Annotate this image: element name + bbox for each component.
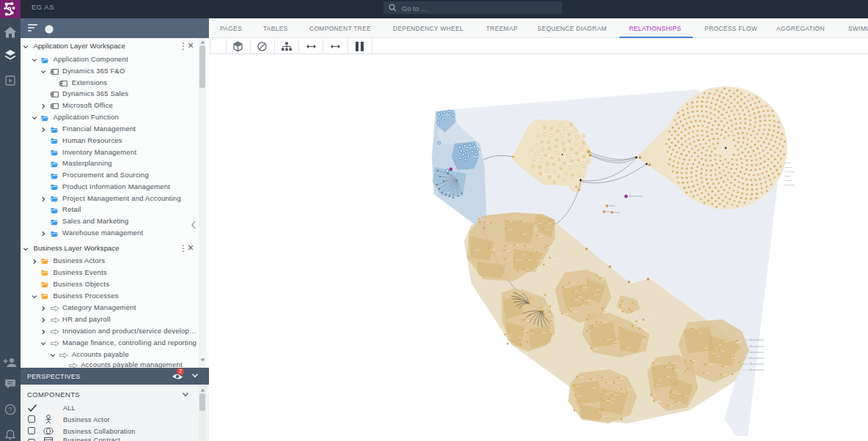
svg-text:Close: Close [639, 321, 643, 322]
svg-text:Tax rep: Tax rep [546, 314, 552, 315]
svg-text:Procure: Procure [579, 152, 586, 154]
svg-text:Fin ops: Fin ops [612, 266, 618, 267]
svg-text:Group: Group [614, 211, 620, 214]
svg-text:Close: Close [552, 320, 556, 322]
svg-text:Budget: Budget [602, 278, 607, 280]
svg-text:Budget: Budget [604, 308, 609, 310]
svg-text:Audit: Audit [718, 344, 721, 345]
svg-text:Assets: Assets [594, 325, 598, 327]
svg-text:Payroll: Payroll [553, 334, 558, 336]
svg-text:Market: Market [586, 165, 591, 166]
svg-text:Budget: Budget [723, 374, 728, 375]
svg-text:Account process: Account process [750, 345, 765, 348]
svg-text:Invoice: Invoice [608, 382, 613, 383]
svg-text:Vendor: Vendor [703, 347, 708, 349]
svg-text:Invoice: Invoice [545, 264, 551, 265]
svg-text:Tax rep: Tax rep [606, 338, 612, 340]
svg-text:Audit: Audit [611, 398, 614, 399]
svg-text:Vendor: Vendor [622, 305, 628, 306]
svg-text:Audit: Audit [604, 377, 608, 378]
svg-text:Ledger: Ledger [641, 328, 647, 330]
svg-text:Vendor: Vendor [694, 328, 699, 330]
svg-text:Assets: Assets [507, 334, 511, 336]
svg-text:Ledger: Ledger [628, 388, 633, 390]
svg-text:Ledger: Ledger [706, 372, 711, 374]
svg-text:Invoice: Invoice [616, 382, 621, 383]
svg-text:Close: Close [575, 290, 579, 292]
svg-text:Tax rep: Tax rep [526, 268, 532, 270]
svg-text:Ledger: Ledger [578, 296, 584, 297]
svg-text:Report: Report [650, 278, 655, 280]
svg-text:Payroll: Payroll [577, 385, 582, 387]
svg-text:Budget: Budget [549, 245, 554, 247]
svg-text:Assets: Assets [507, 245, 512, 247]
svg-text:Invoice: Invoice [557, 171, 563, 172]
svg-text:Tax rep: Tax rep [694, 363, 700, 364]
svg-text:Close: Close [548, 223, 552, 224]
svg-text:Close: Close [518, 336, 523, 338]
svg-text:Audit: Audit [741, 361, 745, 363]
svg-text:Account process: Account process [750, 338, 765, 341]
svg-text:Payroll: Payroll [603, 322, 608, 323]
svg-text:Account process: Account process [750, 351, 765, 354]
svg-text:Sales and distr: Sales and distr [465, 147, 477, 149]
svg-text:Audit: Audit [496, 252, 500, 253]
svg-text:Ledger: Ledger [735, 374, 740, 375]
svg-text:Ledger: Ledger [571, 282, 576, 284]
svg-text:Payroll: Payroll [577, 395, 582, 396]
svg-text:Assets: Assets [542, 307, 547, 308]
svg-text:Assets: Assets [672, 392, 676, 393]
svg-text:Accounts: Accounts [474, 249, 480, 251]
svg-text:Plan: Plan [444, 143, 447, 145]
svg-text:Budget: Budget [674, 369, 680, 371]
svg-text:Payroll: Payroll [598, 412, 603, 413]
svg-text:Accounts: Accounts [708, 363, 715, 365]
svg-text:Vendor: Vendor [626, 346, 631, 348]
svg-text:Ledger: Ledger [634, 325, 639, 327]
svg-text:Close: Close [721, 350, 726, 352]
svg-text:Retail: Retail [452, 170, 457, 172]
svg-text:Shared service: Shared service [629, 195, 643, 198]
svg-text:Audit: Audit [677, 401, 681, 402]
svg-text:Ledger: Ledger [579, 376, 584, 377]
svg-text:Vendor: Vendor [529, 333, 534, 334]
svg-text:Sales ord: Sales ord [590, 151, 597, 152]
svg-text:Payroll: Payroll [666, 366, 672, 368]
svg-text:Vendor: Vendor [716, 355, 721, 357]
svg-text:Ledger: Ledger [724, 341, 729, 342]
svg-text:Vendor: Vendor [527, 245, 532, 247]
svg-text:Assets: Assets [655, 362, 659, 363]
svg-text:Payroll: Payroll [732, 357, 737, 358]
svg-text:Tax rep: Tax rep [525, 329, 531, 330]
svg-text:Vendor: Vendor [538, 222, 543, 223]
svg-text:Close: Close [673, 379, 677, 381]
svg-text:Assets: Assets [612, 344, 617, 345]
svg-text:Procure: Procure [586, 135, 592, 136]
svg-text:Procure: Procure [552, 177, 559, 178]
svg-text:Tax rep: Tax rep [481, 218, 487, 220]
svg-text:Ledger: Ledger [564, 286, 570, 288]
svg-text:Assets: Assets [582, 289, 586, 290]
svg-text:Sales ord: Sales ord [536, 159, 543, 160]
svg-text:Invoice: Invoice [522, 253, 527, 255]
svg-text:Vendor: Vendor [538, 235, 543, 237]
svg-text:Proc: Proc [445, 114, 449, 116]
svg-text:Tax rep: Tax rep [545, 229, 551, 230]
svg-text:Assets: Assets [739, 340, 743, 341]
svg-text:Ledger: Ledger [542, 173, 548, 174]
svg-text:Audit: Audit [713, 352, 716, 354]
svg-text:Close: Close [526, 319, 531, 321]
svg-text:Account process: Account process [750, 357, 765, 360]
svg-text:Audit: Audit [523, 220, 526, 222]
svg-text:Invoice: Invoice [522, 233, 527, 234]
svg-text:Vendor: Vendor [610, 402, 615, 404]
svg-text:Warehouse: Warehouse [472, 155, 482, 158]
svg-text:Ledger: Ledger [599, 275, 604, 276]
svg-text:Tax rep: Tax rep [551, 311, 557, 312]
svg-text:Payroll: Payroll [614, 394, 619, 396]
svg-text:Tax rep: Tax rep [507, 229, 513, 230]
svg-text:Vendor: Vendor [573, 311, 578, 312]
svg-text:Payroll: Payroll [677, 393, 682, 394]
svg-text:Ledger: Ledger [542, 332, 547, 333]
svg-text:Close: Close [724, 366, 729, 367]
